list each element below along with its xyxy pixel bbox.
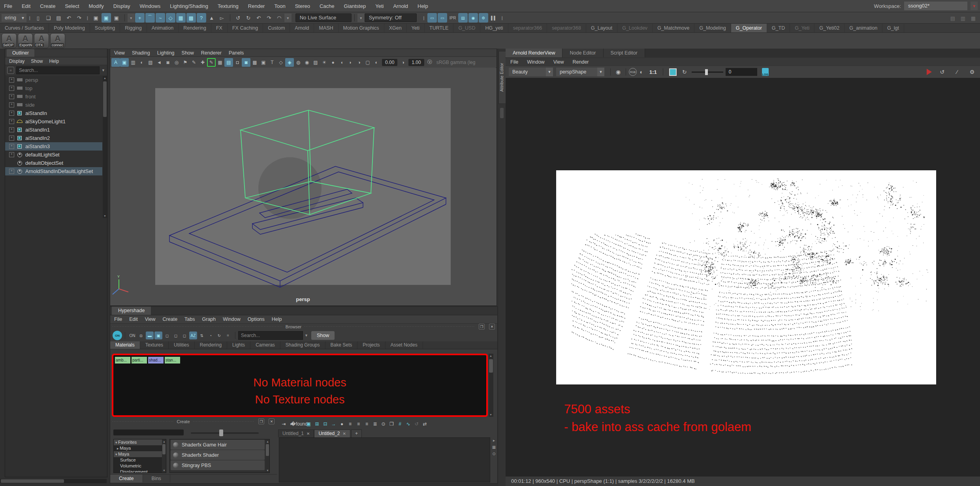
- menu-item[interactable]: Yeti: [375, 3, 384, 9]
- outliner-filter-icon[interactable]: ⌗: [7, 67, 14, 74]
- browser-tab[interactable]: Materials: [110, 341, 140, 349]
- safe-title-icon[interactable]: T: [268, 58, 277, 67]
- material-swatch-area[interactable]: amb...parti...shad...stan... No Material…: [112, 354, 488, 417]
- menu-item[interactable]: Create: [40, 3, 55, 9]
- swatch-render-on-button[interactable]: ON: [113, 331, 122, 340]
- select-hierarchy-icon[interactable]: ▣: [91, 13, 101, 23]
- viewport-canvas[interactable]: Y persp: [110, 68, 496, 305]
- menu-set-dropdown-icon[interactable]: ▼: [19, 13, 26, 22]
- region-render-icon[interactable]: [669, 68, 677, 76]
- shelf-tab[interactable]: G_Matchmove: [653, 24, 694, 32]
- modeling-toolkit-toggle-icon[interactable]: ▤: [948, 13, 957, 23]
- rebuild-icon[interactable]: ◠: [275, 13, 284, 23]
- aov-dropdown[interactable]: Beauty: [509, 68, 546, 76]
- menu-item[interactable]: Tabs: [184, 316, 195, 322]
- restore-history-icon[interactable]: ↺: [412, 420, 421, 428]
- shelf-button[interactable]: A connec: [50, 33, 65, 48]
- zoom-icon[interactable]: ⊙: [492, 452, 495, 456]
- expand-icon[interactable]: +: [9, 152, 14, 157]
- tree-scrollbar[interactable]: ▲▼: [162, 439, 166, 473]
- tree-item[interactable]: Displacement: [114, 469, 166, 473]
- shelf-tab[interactable]: G_animation: [845, 24, 882, 32]
- shelf-tab[interactable]: HG_yeti: [480, 24, 508, 32]
- menu-item[interactable]: Show: [31, 58, 43, 64]
- swatch-large-icon[interactable]: ▬: [146, 332, 154, 339]
- layout-medium-icon[interactable]: ≡: [354, 420, 363, 428]
- menu-item[interactable]: Panels: [229, 50, 244, 56]
- filter-utilities-icon[interactable]: ◻: [181, 332, 188, 339]
- menu-item[interactable]: Select: [65, 3, 79, 9]
- browser-tab[interactable]: Asset Nodes: [386, 341, 423, 349]
- browser-tab[interactable]: Projects: [357, 341, 385, 349]
- menu-item[interactable]: File: [510, 59, 518, 65]
- outliner-item[interactable]: + aiSkyDomeLight1: [5, 117, 102, 126]
- select-swatch-icon[interactable]: ⌗: [224, 332, 232, 339]
- film-gate-icon[interactable]: ▤: [224, 58, 233, 67]
- menu-item[interactable]: Shading: [132, 50, 150, 56]
- filter-materials-icon[interactable]: ◻: [163, 332, 171, 339]
- work-area-tab[interactable]: Untitled_1 ✕: [278, 429, 314, 437]
- select-object-icon[interactable]: ▣: [102, 13, 111, 23]
- menu-item[interactable]: Windows: [139, 3, 160, 9]
- swatch-scrollbar[interactable]: ▲ ▼: [489, 354, 493, 417]
- outliner-item[interactable]: + defaultLightSet: [5, 151, 102, 159]
- browser-tab[interactable]: Lights: [227, 341, 250, 349]
- refresh-render-icon[interactable]: ↻: [680, 67, 689, 77]
- magnet-icon[interactable]: ✚: [198, 58, 207, 67]
- menu-item[interactable]: File: [4, 3, 12, 9]
- shader-list-item[interactable]: Stingray PBS: [171, 460, 265, 470]
- tree-item[interactable]: Maya: [114, 445, 166, 451]
- restart-render-icon[interactable]: ↺: [937, 67, 947, 77]
- outliner-item[interactable]: + ArnoldStandInDefaultLightSet: [5, 167, 102, 175]
- xray-icon[interactable]: ◖: [337, 58, 346, 67]
- render-setup-icon[interactable]: ⚙: [479, 13, 488, 23]
- isolate-select-icon[interactable]: ▢: [363, 58, 372, 67]
- gamma-field[interactable]: 1.00: [408, 59, 424, 66]
- shelf-button[interactable]: A ExportN: [18, 33, 33, 48]
- pause-viewport-icon[interactable]: ▌▌: [489, 13, 498, 23]
- material-swatch[interactable]: shad...: [148, 357, 164, 364]
- node-graph-area[interactable]: [279, 437, 490, 482]
- group-divider[interactable]: ❙: [28, 16, 31, 20]
- redo-icon[interactable]: ↷: [74, 13, 84, 23]
- menu-item[interactable]: Render: [573, 59, 589, 65]
- show-button[interactable]: Show: [311, 331, 335, 340]
- shelf-tab[interactable]: XGen: [384, 24, 407, 32]
- shelf-tab[interactable]: Rendering: [179, 24, 211, 32]
- swap-graph-icon[interactable]: ⇄: [421, 420, 429, 428]
- view-transform-label[interactable]: sRGB gamma (leg: [436, 60, 476, 65]
- shelf-tab[interactable]: TURTLE: [425, 24, 453, 32]
- outliner-item[interactable]: + aiStandIn: [5, 109, 102, 117]
- highlight-selection-icon[interactable]: ▻: [217, 13, 227, 23]
- screen-space-ao-icon[interactable]: ☀: [320, 58, 329, 67]
- workspace-dropdown-icon[interactable]: ▼: [971, 2, 978, 10]
- bookmark-icon[interactable]: ◐: [137, 58, 146, 67]
- scroll-down-icon[interactable]: ▼: [489, 413, 493, 417]
- group-divider[interactable]: ❙: [500, 16, 504, 20]
- grid-toggle-icon[interactable]: ▦: [216, 58, 224, 67]
- shelf-tab[interactable]: FX Caching: [228, 24, 263, 32]
- render-current-frame-icon[interactable]: ▭: [427, 13, 437, 23]
- aov-dropdown-icon[interactable]: ▼: [546, 68, 553, 76]
- panel-splitter-handle[interactable]: [500, 108, 504, 118]
- safe-action-icon[interactable]: ▣: [259, 58, 268, 67]
- undo-icon[interactable]: ↶: [64, 13, 73, 23]
- shelf-tab[interactable]: MASH: [314, 24, 338, 32]
- snap-curve-icon[interactable]: ⌒: [145, 13, 155, 23]
- menu-set-dropdown[interactable]: ering: [2, 14, 19, 22]
- menu-item[interactable]: Modify: [89, 3, 104, 9]
- render-settings-gear-icon[interactable]: ⚙: [967, 67, 977, 77]
- swatch-render-on-icon[interactable]: ON: [128, 332, 136, 339]
- outliner-item[interactable]: + front: [5, 92, 102, 101]
- shelf-tab[interactable]: Motion Graphics: [339, 24, 384, 32]
- menu-item[interactable]: Lighting: [157, 50, 175, 56]
- expand-icon[interactable]: +: [9, 111, 14, 116]
- shelf-tab[interactable]: G_Yeti: [790, 24, 814, 32]
- camera-dropdown[interactable]: perspShape: [556, 68, 597, 76]
- float-panel-icon[interactable]: ❐: [258, 418, 264, 424]
- panel-tab[interactable]: Script Editor: [604, 49, 645, 57]
- history-dropdown-icon[interactable]: ▾: [284, 13, 292, 22]
- pin-node-icon[interactable]: ●: [338, 420, 346, 428]
- field-chart-icon[interactable]: ▩: [250, 58, 259, 67]
- shelf-tab[interactable]: G_USD: [453, 24, 480, 32]
